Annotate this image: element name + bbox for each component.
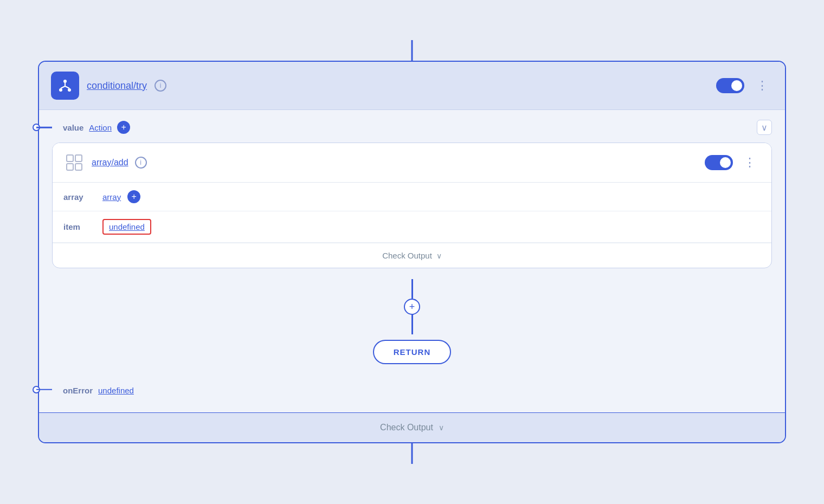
array-field-row: array array + [53, 183, 771, 211]
outer-toggle[interactable] [716, 78, 744, 93]
item-field-label: item [63, 222, 96, 231]
add-step-button[interactable]: + [404, 299, 420, 315]
svg-rect-9 [75, 164, 82, 170]
value-param-row: value Action + ∨ [52, 121, 772, 134]
inner-info-icon[interactable]: i [135, 157, 147, 169]
value-param-label: value [63, 123, 83, 132]
svg-rect-7 [75, 155, 82, 161]
inner-card-title[interactable]: array/add [92, 158, 128, 167]
array-field-link[interactable]: array [102, 192, 121, 202]
chevron-down-icon: ∨ [761, 122, 768, 133]
return-button[interactable]: RETURN [373, 340, 452, 364]
array-add-button[interactable]: + [127, 190, 140, 203]
svg-point-0 [63, 80, 67, 83]
on-error-value[interactable]: undefined [98, 386, 134, 395]
footer-check-output[interactable]: Check Output ∨ [39, 412, 785, 442]
on-error-label: onError [63, 386, 93, 395]
item-field-row: item undefined [53, 211, 771, 243]
svg-point-2 [68, 88, 71, 92]
outer-card-title[interactable]: conditional/try [87, 80, 147, 92]
inner-check-output[interactable]: Check Output ∨ [53, 243, 771, 268]
array-field-label: array [63, 192, 96, 202]
footer-check-output-chevron: ∨ [439, 423, 444, 432]
outer-info-icon[interactable]: i [154, 80, 166, 92]
on-error-left-line [36, 389, 52, 390]
inner-card-array-add: array/add i ⋮ array array + [52, 143, 772, 268]
outer-card-body: value Action + ∨ [39, 110, 785, 404]
outer-card: conditional/try i ⋮ value Action + ∨ [38, 61, 786, 443]
svg-rect-6 [67, 155, 73, 161]
conditional-try-icon [51, 72, 79, 100]
item-field-value[interactable]: undefined [102, 219, 151, 235]
outer-dots-menu[interactable]: ⋮ [752, 76, 773, 95]
inner-check-output-label: Check Output [382, 251, 432, 260]
inner-check-output-chevron: ∨ [436, 251, 442, 260]
top-connector-line [411, 40, 413, 62]
value-action-link[interactable]: Action [89, 123, 112, 132]
vert-line-top [411, 279, 413, 299]
array-add-icon [63, 152, 85, 173]
inner-card-body: array array + item undefined Check Outpu… [53, 183, 771, 268]
svg-line-5 [65, 86, 69, 88]
inner-card-header: array/add i ⋮ [53, 143, 771, 183]
bottom-connector-line [411, 442, 413, 464]
outer-collapse-button[interactable]: ∨ [757, 120, 772, 135]
svg-rect-8 [67, 164, 73, 170]
footer-check-output-label: Check Output [380, 423, 433, 432]
on-error-row: onError undefined [52, 375, 772, 404]
inner-toggle[interactable] [705, 155, 733, 170]
outer-card-header: conditional/try i ⋮ [39, 62, 785, 110]
inner-connector-area: + RETURN [52, 279, 772, 364]
svg-point-1 [59, 88, 62, 92]
svg-line-4 [61, 86, 65, 88]
vert-line-bottom [411, 315, 413, 334]
value-left-line [36, 127, 52, 128]
inner-dots-menu[interactable]: ⋮ [739, 153, 761, 172]
value-add-button[interactable]: + [117, 121, 130, 134]
